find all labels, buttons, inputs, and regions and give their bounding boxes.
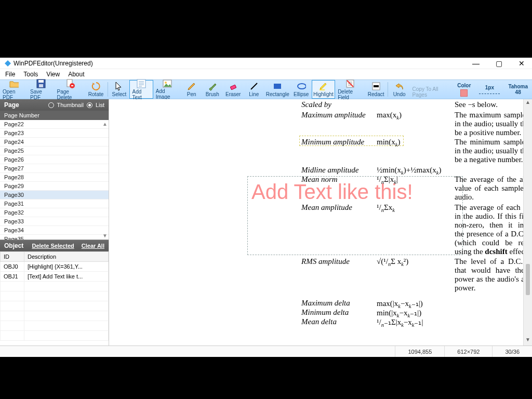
rotate-icon xyxy=(91,82,101,91)
add-image-label: Add Image xyxy=(156,88,179,100)
select-button[interactable]: Select xyxy=(109,80,129,99)
mode-list-label[interactable]: List xyxy=(96,102,104,108)
page-delete-icon xyxy=(65,79,75,88)
delete-selected-link[interactable]: Delete Selected xyxy=(32,243,74,249)
highlight-button[interactable]: Highlight xyxy=(312,80,335,99)
pdf-page[interactable]: Add Text like this! Scaled byMaximum amp… xyxy=(130,99,504,338)
page-item-page30[interactable]: Page30 xyxy=(0,191,109,200)
svg-marker-0 xyxy=(5,60,11,66)
highlight-label: Highlight xyxy=(313,91,334,97)
vertical-scrollbar[interactable]: ▲ ▼ xyxy=(523,99,532,345)
sidebar: Page Thumbnail List Page Number ▲ ▼ Page… xyxy=(0,99,109,345)
mode-thumbnail-label[interactable]: Thumbnail xyxy=(57,102,84,108)
body: Page Thumbnail List Page Number ▲ ▼ Page… xyxy=(0,99,532,345)
rectangle-label: Rectangle xyxy=(266,91,289,97)
page-item-page29[interactable]: Page29 xyxy=(0,182,109,191)
object-table[interactable]: ID Description OBJ0[Highlight] {X=361,Y.… xyxy=(0,251,109,345)
doc-formula: max(|xk−xk₋₁|) xyxy=(377,299,423,309)
doc-formula: ¹/n₋₁Σ|xk−xk₋₁| xyxy=(377,317,423,328)
object-panel: Object Delete Selected Clear All ID Desc… xyxy=(0,240,109,345)
radio-list[interactable] xyxy=(87,102,92,108)
page-item-page24[interactable]: Page24 xyxy=(0,138,109,147)
obj-col-id[interactable]: ID xyxy=(1,252,24,262)
pen-icon xyxy=(187,82,196,91)
open-pdf-icon xyxy=(9,79,19,88)
page-item-page23[interactable]: Page23 xyxy=(0,129,109,138)
page-item-page31[interactable]: Page31 xyxy=(0,200,109,208)
ellipse-button[interactable]: Ellipse xyxy=(291,80,312,99)
doc-label: Minimum delta xyxy=(301,308,349,317)
object-row[interactable]: OBJ0[Highlight] {X=361,Y... xyxy=(1,262,109,272)
page-item-page25[interactable]: Page25 xyxy=(0,147,109,155)
page-item-page33[interactable]: Page33 xyxy=(0,217,109,226)
delete-field-icon xyxy=(345,79,355,88)
line-button[interactable]: Line xyxy=(244,80,264,99)
menu-file[interactable]: File xyxy=(5,71,15,78)
page-item-page34[interactable]: Page34 xyxy=(0,226,109,235)
app-icon xyxy=(4,60,11,67)
maximize-button[interactable]: ▢ xyxy=(493,59,505,68)
close-button[interactable]: ✕ xyxy=(515,59,528,68)
obj-col-desc[interactable]: Description xyxy=(24,252,109,262)
scroll-up-icon[interactable]: ▲ xyxy=(524,99,532,108)
doc-label: Mean delta xyxy=(301,317,337,326)
select-icon xyxy=(114,82,124,91)
pen-button[interactable]: Pen xyxy=(181,80,202,99)
add-image-button[interactable]: Add Image xyxy=(153,80,181,99)
minimize-button[interactable]: — xyxy=(470,59,482,68)
radio-thumbnail[interactable] xyxy=(48,102,54,108)
page-item-page35[interactable]: Page35 xyxy=(0,235,109,240)
stroke-box[interactable]: 1px xyxy=(475,80,504,99)
page-item-page27[interactable]: Page27 xyxy=(0,164,109,173)
doc-description: The maximum sample value in the audio; u… xyxy=(455,111,523,137)
page-delete-button[interactable]: Page Delete xyxy=(54,80,85,99)
menu-view[interactable]: View xyxy=(46,71,60,78)
svg-rect-17 xyxy=(320,89,325,90)
app-window: WinPDFEditor(Unregistered) — ▢ ✕ FileToo… xyxy=(0,58,532,357)
rotate-label: Rotate xyxy=(88,91,103,97)
doc-label: Midline amplitude xyxy=(301,166,358,175)
save-pdf-button[interactable]: Save PDF xyxy=(28,80,54,99)
pen-label: Pen xyxy=(187,91,196,97)
scroll-down-icon[interactable]: ▼ xyxy=(524,337,532,345)
object-row[interactable]: OBJ1[Text] Add Text like t... xyxy=(1,272,109,282)
clear-all-link[interactable]: Clear All xyxy=(82,243,104,249)
doc-description: The average of each sample in the audio.… xyxy=(455,203,523,256)
add-image-icon xyxy=(163,79,172,88)
document-canvas[interactable]: Add Text like this! Scaled byMaximum amp… xyxy=(109,99,523,345)
page-panel-header: Page Thumbnail List xyxy=(0,99,109,111)
open-pdf-button[interactable]: Open PDF xyxy=(0,80,28,99)
color-swatch[interactable] xyxy=(460,89,468,97)
svg-rect-13 xyxy=(230,85,236,90)
page-item-page28[interactable]: Page28 xyxy=(0,173,109,182)
undo-button[interactable]: Undo xyxy=(389,80,410,99)
page-list-scroll-up[interactable]: ▲ xyxy=(102,121,108,127)
color-box[interactable]: Color xyxy=(453,80,475,99)
redact-button[interactable]: Redact xyxy=(366,80,387,99)
brush-button[interactable]: Brush xyxy=(202,80,223,99)
doc-formula: ½min(xk)+½max(xk) xyxy=(377,166,441,176)
page-list[interactable]: ▲ ▼ Page22Page23Page24Page25Page26Page27… xyxy=(0,120,109,240)
page-item-page22[interactable]: Page22 xyxy=(0,120,109,129)
doc-description: The level of a D.C. signal that would ha… xyxy=(455,257,523,292)
menu-about[interactable]: About xyxy=(68,71,84,78)
page-item-page26[interactable]: Page26 xyxy=(0,155,109,164)
rectangle-button[interactable]: Rectangle xyxy=(264,80,291,99)
rotate-button[interactable]: Rotate xyxy=(86,80,107,99)
menu-tools[interactable]: Tools xyxy=(23,71,38,78)
scroll-thumb[interactable] xyxy=(526,264,530,295)
copy-all-button[interactable]: Copy To All Pages xyxy=(410,80,454,99)
delete-field-button[interactable]: Delete Field xyxy=(335,80,366,99)
ellipse-label: Ellipse xyxy=(294,91,309,97)
eraser-button[interactable]: Eraser xyxy=(223,80,244,99)
copy-all-label: Copy To All Pages xyxy=(413,86,451,98)
page-list-scroll-down[interactable]: ▼ xyxy=(102,233,108,238)
doc-description: The minimum sample value in the audio; u… xyxy=(455,138,523,164)
save-pdf-icon xyxy=(36,79,46,88)
page-item-page32[interactable]: Page32 xyxy=(0,208,109,217)
brush-label: Brush xyxy=(206,91,219,97)
font-box[interactable]: Tahoma48 xyxy=(504,80,532,99)
add-text-button[interactable]: Add Text xyxy=(129,80,153,99)
window-title: WinPDFEditor(Unregistered) xyxy=(14,60,93,67)
status-bar: 1094,855 612×792 30/36 xyxy=(0,345,532,357)
